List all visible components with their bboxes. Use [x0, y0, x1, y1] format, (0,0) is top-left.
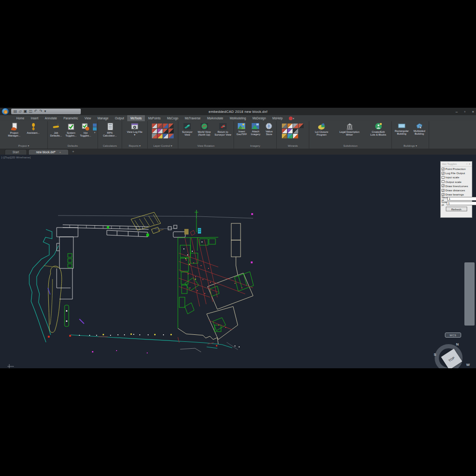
layer-control-mini-icon[interactable] [169, 129, 174, 133]
wizard-mini-icon[interactable] [293, 129, 298, 133]
file-tab-start[interactable]: Start [5, 149, 27, 155]
toggle-output-scale[interactable]: Output scale [441, 180, 472, 184]
layer-control-mini-icon[interactable] [163, 129, 168, 133]
overlay-strip [464, 262, 475, 326]
tab-insert[interactable]: Insert [27, 115, 41, 121]
layer-purple [48, 288, 84, 324]
return-surveyor-view-button[interactable]: Return to Surveyor View [213, 122, 233, 136]
world-view-button[interactable]: World View (North Up) [196, 122, 212, 136]
low-pt-input[interactable] [447, 202, 476, 205]
layer-control-mini-icon[interactable] [169, 124, 174, 128]
wizard-mini-icon[interactable] [287, 124, 293, 128]
rectangular-building-button[interactable]: Rectangular Building [393, 122, 411, 135]
refresh-button[interactable]: Refresh [446, 207, 467, 211]
wizard-mini-icon[interactable] [287, 134, 293, 138]
group-label-buildings[interactable]: Buildings ▾ [392, 144, 429, 149]
tab-manage[interactable]: Manage [94, 115, 112, 121]
compass-south[interactable]: S [434, 352, 436, 357]
new-tab-button[interactable]: + [72, 149, 74, 155]
surveyor-view-button[interactable]: Surveyor View [179, 122, 195, 136]
tab-msannotate[interactable]: MsAnnotate [204, 115, 227, 121]
tab-parametric[interactable]: Parametric [60, 115, 81, 121]
defaults-mini-icon[interactable] [93, 127, 97, 130]
group-reports: View Log File ▾ Reports ▾ [122, 121, 148, 149]
system-toggles-button[interactable]: System Toggles... [64, 122, 78, 137]
layer-control-mini-icon[interactable] [163, 124, 168, 128]
tab-mspoints[interactable]: MsPoints [145, 115, 164, 121]
red-dots [186, 260, 242, 328]
wizard-mini-icon[interactable] [282, 134, 287, 138]
lot-closure-icon [318, 123, 326, 130]
palette-close-icon[interactable]: × [469, 163, 470, 165]
project-manager-button[interactable]: Project Manager... [5, 122, 24, 137]
tab-mshelp[interactable]: MsHelp [269, 115, 286, 121]
wizard-mini-icon[interactable] [293, 134, 298, 138]
layer-control-mini-icon[interactable] [157, 134, 163, 138]
next-pt-input[interactable] [447, 197, 476, 201]
lot-closure-button[interactable]: Lot Closure Program [311, 122, 333, 136]
wizard-mini-icon[interactable] [282, 124, 287, 128]
group-label-reports[interactable]: Reports ▾ [122, 144, 147, 149]
tab-home[interactable]: Home [13, 115, 27, 121]
layer-control-mini-icon[interactable] [152, 134, 157, 138]
layer-control-mini-icon[interactable] [163, 134, 168, 138]
title-bar: ▤ ▱ ▣ ◫ ↶ ↷ ▾ embeddedCAD 2018 new block… [0, 108, 476, 115]
group-label-layer-control[interactable]: Layer Control ▾ [148, 144, 178, 149]
multisided-building-button[interactable]: Multisided Building [411, 122, 428, 135]
ribbon-overflow-icon[interactable]: ▾ [289, 117, 294, 120]
valtus-store-button[interactable]: Valtus Store [263, 122, 275, 136]
close-button[interactable]: × [472, 110, 474, 114]
assistant-icon [29, 123, 38, 131]
toggle-log-file-output[interactable]: ✓Log File Output [441, 171, 472, 175]
palette-title-bar[interactable]: Hot Toggles ▫ × [441, 162, 472, 167]
toggle-draw-lines-curves[interactable]: ✓Draw lines/curves [441, 184, 472, 188]
rpn-calculator-button[interactable]: RPN Calculator... [100, 122, 120, 137]
layer-control-mini-icon[interactable] [157, 124, 163, 128]
wcs-indicator[interactable]: WCS [445, 333, 461, 338]
toggle-point-protection[interactable]: ✓Point Protection [441, 167, 472, 171]
wizard-mini-icon[interactable] [293, 124, 298, 128]
tab-mscogo[interactable]: MsCogo [164, 115, 182, 121]
maximize-button[interactable]: ▫ [464, 110, 465, 114]
tab-output[interactable]: Output [112, 115, 128, 121]
toggle-draw-distances[interactable]: ✓Draw distances [441, 188, 472, 192]
layer-control-mini-icon[interactable] [169, 134, 174, 138]
insert-geotiff-icon [237, 123, 246, 130]
wizard-mini-icon[interactable] [282, 129, 287, 133]
create-edit-lots-button[interactable]: Create/Edit Lots & Blocks [366, 122, 391, 136]
tab-mstraverse[interactable]: MsTraverse [182, 115, 204, 121]
compass-north[interactable]: N [456, 342, 459, 346]
tab-msdesign[interactable]: MsDesign [249, 115, 269, 121]
defaults-mini-icon[interactable] [93, 124, 97, 127]
hot-toggles-palette[interactable]: Hot Toggles ▫ × ✓Point Protection ✓Log F… [440, 161, 472, 218]
drawing-canvas[interactable]: [-][Top][2D Wireframe] [0, 155, 476, 368]
viewcube[interactable]: N S W TOP [433, 341, 475, 368]
close-tab-icon[interactable]: × [59, 151, 61, 154]
tab-view[interactable]: View [81, 115, 94, 121]
legal-description-writer-button[interactable]: Legal Description Writer [337, 122, 363, 136]
legal-description-icon [346, 123, 353, 130]
chevron-down-icon[interactable]: ▾ [94, 131, 96, 134]
group-label-project[interactable]: Project ▾ [0, 144, 47, 149]
palette-pin-icon[interactable]: ▫ [466, 163, 467, 165]
layer-control-mini-icon[interactable] [152, 129, 157, 133]
toggle-input-scale[interactable]: Input scale [441, 175, 472, 179]
compass-west[interactable]: W [466, 363, 470, 367]
tab-mstools[interactable]: MsTools [127, 115, 145, 121]
minimize-button[interactable]: – [456, 110, 457, 114]
attach-imagery-button[interactable]: Attach Imagery [249, 122, 262, 136]
assistant-button[interactable]: Assistant... [24, 122, 43, 134]
file-tab-new-block[interactable]: new block.dxf*× [28, 149, 69, 155]
layer-control-mini-icon[interactable] [152, 124, 157, 128]
group-label-defaults: Defaults [48, 144, 98, 149]
group-calculators: RPN Calculator... Calculators [98, 121, 122, 149]
wizard-mini-icon[interactable] [299, 124, 304, 128]
tab-msmodeling[interactable]: MsModeling [227, 115, 249, 121]
layer-control-mini-icon[interactable] [157, 129, 163, 133]
job-defaults-button[interactable]: Job Defaults... [49, 122, 63, 137]
insert-geotiff-button[interactable]: Insert GeoTIFF [235, 122, 248, 136]
hot-toggles-button[interactable]: Hot Toggles... [79, 122, 92, 137]
tab-annotate[interactable]: Annotate [42, 115, 60, 121]
wizard-mini-icon[interactable] [287, 129, 293, 133]
view-log-file-button[interactable]: View Log File ▾ [124, 122, 146, 136]
